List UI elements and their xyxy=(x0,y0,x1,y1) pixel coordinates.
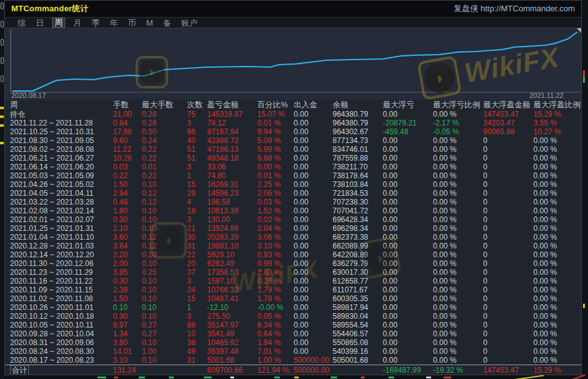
row-label: 2020.11.16 ~ 2020.11.22 xyxy=(10,277,113,286)
table-cell xyxy=(142,365,187,375)
table-cell: 500000.00 xyxy=(294,356,333,365)
table-cell: 1 xyxy=(187,303,207,312)
table-row[interactable]: 2021.02.08 ~ 2021.02.141.800.101810613.3… xyxy=(5,206,581,215)
table-row[interactable]: 2021.01.25 ~ 2021.01.312.100.102113924.9… xyxy=(5,224,581,233)
column-header[interactable]: 手数 xyxy=(113,100,142,110)
table-cell: 0.00 xyxy=(294,110,333,119)
table-row[interactable]: 2020.08.24 ~ 2020.08.3014.011.004935397.… xyxy=(5,347,581,356)
table-row[interactable]: 2020.12.28 ~ 2021.01.033.640.123119881.1… xyxy=(5,242,581,250)
title-bar[interactable]: MTCommander统计 复盘侠 http://MTCommander.com xyxy=(5,1,581,18)
table-row[interactable]: 2020.11.09 ~ 2020.11.152.380.102410766.3… xyxy=(5,286,581,294)
table-cell: 0 xyxy=(483,224,533,233)
table-row[interactable]: 2021.03.22 ~ 2021.03.280.460.124196.580.… xyxy=(5,198,581,206)
table-row[interactable]: 2021.02.01 ~ 2021.02.070.300.103130.000.… xyxy=(5,215,581,224)
table-row[interactable]: 2020.10.05 ~ 2020.10.118.970.278835147.9… xyxy=(5,321,581,329)
table-cell: 37 xyxy=(187,268,207,277)
table-cell: 145319.87 xyxy=(207,110,257,119)
row-label: 2021.10.25 ~ 2021.10.31 xyxy=(10,127,113,136)
column-header[interactable]: 最大手数 xyxy=(142,100,187,110)
column-header[interactable]: 出入金 xyxy=(294,100,333,110)
table-cell: 0 xyxy=(483,347,533,356)
table-cell: 10.27 % xyxy=(533,127,581,136)
menu-tab-季[interactable]: 季 xyxy=(87,18,105,28)
table-row[interactable]: 2021.04.26 ~ 2021.05.021.500.101516269.3… xyxy=(5,180,581,189)
table-cell: 0.00 % xyxy=(433,215,483,224)
table-cell: 877134.73 xyxy=(333,136,383,145)
table-row[interactable]: 2021.11.22 ~ 2021.11.280.840.28378.120.0… xyxy=(5,119,581,127)
table-cell: 0.00 xyxy=(383,189,433,198)
table-cell: 0.00 % xyxy=(433,356,483,365)
table-row[interactable]: 2021.06.14 ~ 2021.06.200.030.01333.060.0… xyxy=(5,163,581,171)
table-row[interactable]: 持仓21.000.2875145319.8715.07 %0.00964380.… xyxy=(5,110,581,119)
table-cell: 0.00 % xyxy=(433,110,483,119)
table-cell: 0.00 xyxy=(383,329,433,338)
brand-link[interactable]: 复盘侠 http://MTCommander.com xyxy=(454,3,575,14)
column-header[interactable]: 余额 xyxy=(333,100,383,110)
table-row[interactable]: 2020.11.30 ~ 2020.12.062.000.10206262.49… xyxy=(5,259,581,268)
table-row[interactable]: 2020.12.14 ~ 2020.12.202.200.10225929.10… xyxy=(5,250,581,259)
table-row[interactable]: 2020.11.02 ~ 2020.11.081.500.101510487.4… xyxy=(5,294,581,303)
table-row[interactable]: 2020.10.26 ~ 2020.11.010.100.101-12.10-0… xyxy=(5,303,581,312)
table-cell: 6.34 % xyxy=(257,321,294,329)
table-cell: 38 xyxy=(187,338,207,347)
table-cell: 0.27 xyxy=(142,329,187,338)
column-header[interactable]: 最大浮亏比例 xyxy=(433,100,483,110)
table-cell: 0.00 % xyxy=(533,145,581,154)
balance-chart[interactable]: ◗ ◗ WikiFX 2020.08.17 2021.11.22 xyxy=(5,28,581,100)
table-cell: 550865.08 xyxy=(333,338,383,347)
table-cell: 0.46 xyxy=(113,198,142,206)
chart-start-date: 2020.08.17 xyxy=(11,92,46,99)
table-cell: 0.10 xyxy=(142,312,187,321)
menu-bar: 综日周月季年币M备账户 xyxy=(5,18,581,28)
table-cell: 0 xyxy=(483,338,533,347)
menu-tab-日[interactable]: 日 xyxy=(31,18,49,28)
table-cell: 611071.67 xyxy=(333,286,383,294)
menu-tab-年[interactable]: 年 xyxy=(105,18,123,28)
column-header[interactable]: 盈亏金额 xyxy=(207,100,257,110)
menu-tab-周[interactable]: 周 xyxy=(52,18,65,28)
balance-chart-svg xyxy=(5,28,581,95)
table-cell: 0.22 xyxy=(142,154,187,163)
column-header[interactable]: 周 xyxy=(10,100,113,110)
table-cell: 0.00 % xyxy=(433,338,483,347)
table-row[interactable]: 2021.08.02 ~ 2021.08.0811.220.225147186.… xyxy=(5,145,581,154)
menu-tab-备[interactable]: 备 xyxy=(158,18,176,28)
table-row[interactable]: 2021.06.21 ~ 2021.06.2710.260.225149348.… xyxy=(5,154,581,163)
table-row[interactable]: 2020.08.17 ~ 2020.08.233.100.10315001.68… xyxy=(5,356,581,365)
menu-tab-M[interactable]: M xyxy=(141,18,158,28)
table-cell: 0.10 xyxy=(142,180,187,189)
table-cell: 40 xyxy=(187,136,207,145)
column-header[interactable]: 百分比% xyxy=(257,100,294,110)
table-cell: 1.79 % xyxy=(257,286,294,294)
table-cell: 636279.79 xyxy=(333,259,383,268)
menu-tab-币[interactable]: 币 xyxy=(123,18,141,28)
table-cell: 1.94 % xyxy=(257,338,294,347)
table-cell: 10613.38 xyxy=(207,206,257,215)
table-row[interactable]: 2020.08.31 ~ 2020.09.063.800.103810465.9… xyxy=(5,338,581,347)
table-cell: 10 xyxy=(187,329,207,338)
menu-tab-综[interactable]: 综 xyxy=(13,18,31,28)
table-row[interactable]: 2021.10.25 ~ 2021.10.3117.880.506687167.… xyxy=(5,127,581,136)
table-total-row[interactable]: 合计131.24609700.66121.94 %500000.00-16948… xyxy=(5,365,581,375)
table-cell: 0.00 xyxy=(294,206,333,215)
table-row[interactable]: 2020.11.16 ~ 2020.11.220.300.1031587.100… xyxy=(5,277,581,286)
menu-tab-月[interactable]: 月 xyxy=(68,18,87,28)
table-cell: 0.10 xyxy=(142,277,187,286)
table-row[interactable]: 2021.04.05 ~ 2021.04.112.940.122914596.2… xyxy=(5,189,581,198)
column-header[interactable]: 最大浮盈金额 xyxy=(483,100,533,110)
column-header[interactable]: 最大浮亏 xyxy=(383,100,433,110)
table-row[interactable]: 2020.10.12 ~ 2020.10.180.300.103275.500.… xyxy=(5,312,581,321)
table-row[interactable]: 2021.01.04 ~ 2021.01.103.600.123020283.3… xyxy=(5,233,581,242)
table-row[interactable]: 2020.09.28 ~ 2020.10.041.340.27103541.49… xyxy=(5,329,581,338)
table-row[interactable]: 2020.11.23 ~ 2020.11.293.850.253717358.5… xyxy=(5,268,581,277)
table-cell: 0.00 % xyxy=(433,268,483,277)
menu-tab-账户[interactable]: 账户 xyxy=(176,18,203,28)
table-row[interactable]: 2021.05.03 ~ 2021.05.090.220.22174.800.0… xyxy=(5,171,581,180)
column-header[interactable]: 最大浮盈比例 xyxy=(533,100,581,110)
table-row[interactable]: 2021.08.30 ~ 2021.09.059.600.244042388.7… xyxy=(5,136,581,145)
table-cell: 75 xyxy=(187,110,207,119)
column-header[interactable]: 次数 xyxy=(187,100,207,110)
table-cell: 738103.84 xyxy=(333,180,383,189)
table-cell: 3.85 xyxy=(113,268,142,277)
table-cell: 78.12 xyxy=(207,119,257,127)
